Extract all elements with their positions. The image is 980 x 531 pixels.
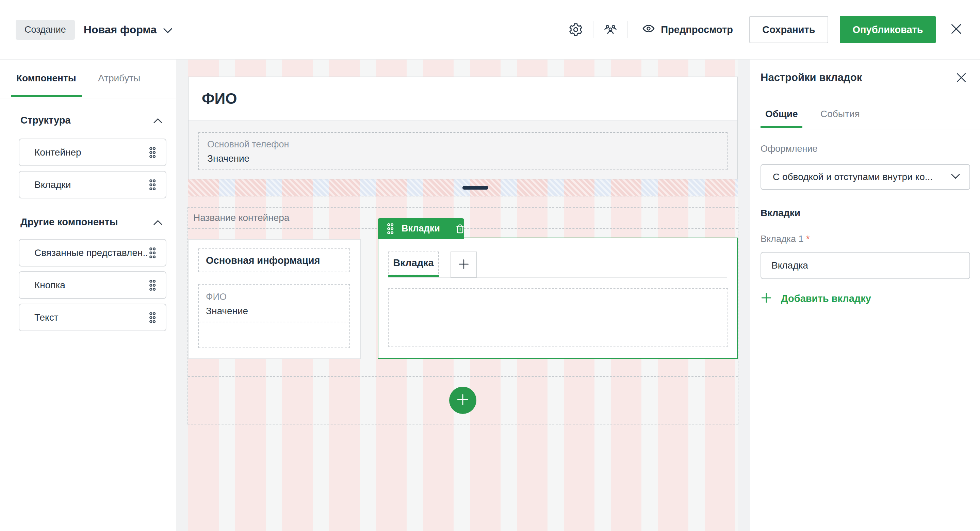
appearance-select-value: С обводкой и отступами внутри ко...: [773, 172, 933, 182]
tab-attributes-label: Атрибуты: [98, 73, 140, 84]
tabstrip-baseline: [388, 277, 727, 278]
preview-button[interactable]: Предпросмотр: [642, 22, 733, 38]
form-canvas: ФИО Основной телефон Значение Название к…: [176, 59, 750, 531]
plus-icon: [457, 394, 469, 407]
preview-label: Предпросмотр: [661, 24, 733, 35]
phone-field-dropzone[interactable]: Основной телефон Значение: [198, 132, 727, 170]
info-card-title: Основная информация: [206, 255, 320, 266]
fio-header-card[interactable]: ФИО Основной телефон Значение: [188, 77, 738, 179]
section-other-header[interactable]: Другие компоненты: [21, 217, 162, 228]
form-title-dropdown[interactable]: Новая форма: [84, 24, 172, 36]
fio-card-header: ФИО: [189, 77, 737, 121]
header-left: Создание Новая форма: [16, 0, 172, 59]
sidebar-tabbar: Компоненты Атрибуты: [0, 59, 176, 98]
panel-header: Настройки вкладок: [760, 72, 966, 84]
panel-tab-events[interactable]: События: [821, 100, 860, 128]
drag-handle-icon[interactable]: [149, 312, 156, 324]
tab-components-label: Компоненты: [16, 73, 76, 84]
tab-item-label: Вкладка: [393, 257, 434, 269]
components-sidebar: Компоненты Атрибуты Структура Контейнер …: [0, 59, 176, 531]
header-divider: [593, 21, 593, 38]
component-item-label: Контейнер: [34, 147, 81, 158]
drag-handle-icon[interactable]: [149, 247, 156, 259]
tabs-section-title: Вкладки: [760, 207, 800, 218]
drag-handle-icon[interactable]: [149, 179, 156, 191]
drag-handle-icon[interactable]: [149, 147, 156, 158]
status-badge: Создание: [16, 20, 75, 40]
info-title-dropzone[interactable]: Основная информация: [198, 249, 350, 272]
appearance-select[interactable]: С обводкой и отступами внутри ко...: [760, 164, 970, 190]
active-tab-underline: [11, 95, 82, 97]
panel-tab-events-label: События: [821, 108, 860, 120]
fio-field-label: ФИО: [206, 290, 350, 304]
fio-field-dropzone[interactable]: ФИО Значение: [198, 284, 350, 348]
eye-icon: [642, 22, 655, 38]
add-tab-button[interactable]: [450, 252, 477, 278]
container-divider-dashed: [188, 376, 738, 377]
add-row-button[interactable]: [449, 387, 476, 414]
drag-handle-icon[interactable]: [149, 279, 156, 291]
publish-button[interactable]: Опубликовать: [840, 16, 936, 43]
header-divider: [627, 21, 628, 38]
tab1-name-input[interactable]: [760, 252, 970, 279]
tabs-settings-panel: Настройки вкладок Общие События Оформлен…: [750, 59, 980, 531]
panel-title: Настройки вкладок: [760, 72, 862, 84]
chevron-down-icon: [946, 174, 960, 180]
component-item-related-views[interactable]: Связанные представлен...: [19, 239, 166, 266]
tabs-component-tag-label: Вкладки: [401, 223, 440, 234]
component-item-text[interactable]: Текст: [19, 304, 166, 331]
component-item-label: Вкладки: [34, 179, 71, 190]
header-actions: Предпросмотр Сохранить Опубликовать: [568, 0, 962, 59]
phone-field-value: Значение: [207, 151, 727, 166]
form-title: Новая форма: [84, 24, 157, 36]
row-drag-handle[interactable]: [463, 186, 488, 190]
top-header: Создание Новая форма Предпросмотр: [0, 0, 980, 59]
fio-card-body: Основной телефон Значение: [189, 121, 737, 179]
appearance-label: Оформление: [760, 144, 818, 154]
save-button[interactable]: Сохранить: [749, 16, 828, 43]
field-separator-dashed: [199, 322, 350, 322]
panel-tab-general-label: Общие: [765, 108, 798, 120]
section-structure-title: Структура: [21, 115, 71, 126]
trash-icon[interactable]: [454, 223, 466, 234]
phone-field-label: Основной телефон: [207, 137, 727, 151]
component-item-container[interactable]: Контейнер: [19, 139, 166, 166]
drag-handle-icon[interactable]: [387, 223, 394, 234]
fio-field-value: Значение: [206, 304, 350, 319]
tab-item[interactable]: Вкладка: [388, 252, 439, 274]
fio-card-title: ФИО: [202, 90, 237, 107]
tabs-component[interactable]: Вкладки Вкладка: [378, 238, 738, 359]
active-tab-underline: [760, 126, 802, 128]
info-container-card[interactable]: Основная информация ФИО Значение: [188, 239, 361, 359]
panel-tab-general[interactable]: Общие: [765, 100, 798, 128]
form-builder-app: Создание Новая форма Предпросмотр: [0, 0, 980, 531]
section-structure-header[interactable]: Структура: [21, 115, 162, 126]
tab1-field-label: Вкладка 1 *: [760, 234, 810, 244]
component-item-button[interactable]: Кнопка: [19, 271, 166, 299]
component-item-label: Связанные представлен...: [34, 247, 149, 258]
chevron-up-icon: [153, 115, 162, 126]
chevron-up-icon: [153, 217, 162, 228]
panel-tabbar: Общие События: [750, 100, 980, 129]
plus-icon: [761, 293, 772, 304]
chevron-down-icon: [163, 24, 172, 36]
plus-icon: [459, 259, 469, 271]
tab1-label-text: Вкладка 1: [760, 234, 804, 244]
component-item-label: Кнопка: [34, 280, 65, 291]
access-users-icon[interactable]: [602, 21, 619, 38]
component-item-label: Текст: [34, 312, 59, 323]
tabs-component-tag[interactable]: Вкладки: [378, 218, 464, 239]
add-tab-link[interactable]: Добавить вкладку: [761, 293, 871, 304]
required-mark: *: [806, 234, 810, 244]
close-panel-icon[interactable]: [956, 72, 966, 83]
add-tab-link-label: Добавить вкладку: [781, 293, 871, 304]
settings-gear-icon[interactable]: [568, 21, 584, 38]
row-insert-dropzone[interactable]: [188, 179, 738, 196]
section-other-title: Другие компоненты: [21, 217, 118, 228]
tab-attributes[interactable]: Атрибуты: [98, 59, 140, 97]
component-item-tabs[interactable]: Вкладки: [19, 171, 166, 198]
tab-content-dropzone[interactable]: [388, 288, 728, 347]
container-name-label: Название контейнера: [193, 212, 289, 223]
tab-components[interactable]: Компоненты: [16, 59, 76, 97]
close-builder-icon[interactable]: [951, 24, 962, 36]
